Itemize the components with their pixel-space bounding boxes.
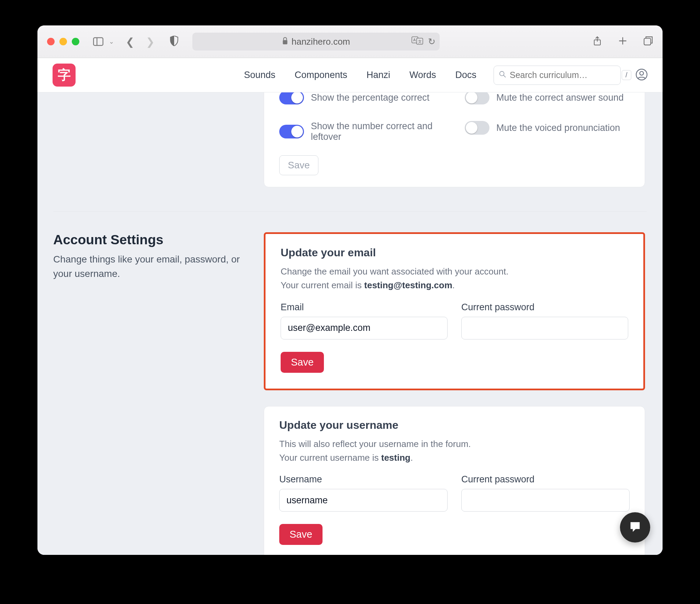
forward-button: ❯ [146, 36, 155, 48]
primary-nav: Sounds Components Hanzi Words Docs [244, 70, 476, 80]
sidebar-toggle-icon[interactable] [93, 37, 103, 46]
current-password-input[interactable] [461, 317, 628, 339]
email-field-group: Email [281, 302, 448, 339]
account-settings-heading: Account Settings [53, 232, 250, 247]
username-input[interactable] [279, 489, 448, 512]
desc-line: Change the email you want associated wit… [281, 266, 508, 277]
desc-line: Your current email is [281, 280, 364, 290]
logo-char: 字 [58, 66, 71, 84]
window-minimize-button[interactable] [59, 38, 67, 45]
toggle-label: Show the number correct and leftover [311, 121, 444, 142]
update-email-card: Update your email Change the email you w… [264, 232, 645, 390]
desc-line: . [452, 280, 455, 290]
svg-text:文: 文 [418, 40, 422, 44]
lock-icon [282, 36, 288, 47]
toggle-label: Mute the correct answer sound [496, 92, 624, 103]
toggle-switch[interactable] [279, 92, 304, 104]
username-field-group: Username [279, 474, 448, 512]
nav-components[interactable]: Components [295, 70, 347, 80]
toggle-mute-pronunciation: Mute the voiced pronunciation [465, 113, 630, 143]
toggle-percentage-correct: Show the percentage correct [279, 92, 444, 113]
update-username-description: This will also reflect your username in … [279, 437, 630, 465]
save-email-button[interactable]: Save [281, 352, 324, 373]
toggle-number-correct: Show the number correct and leftover [279, 113, 444, 150]
toggle-mute-correct-sound: Mute the correct answer sound [465, 92, 630, 113]
search-input[interactable] [510, 70, 618, 80]
desc-line: This will also reflect your username in … [279, 439, 471, 449]
review-settings-card: Show the percentage correct Show the num… [264, 92, 645, 187]
tab-overview-icon[interactable] [643, 36, 653, 47]
url-host: hanzihero.com [292, 36, 350, 47]
chat-widget-button[interactable] [620, 512, 650, 543]
save-username-button[interactable]: Save [279, 524, 323, 545]
current-username: testing [381, 452, 410, 463]
toggle-switch[interactable] [465, 121, 489, 135]
nav-sounds[interactable]: Sounds [244, 70, 275, 80]
current-password-label: Current password [461, 302, 628, 313]
chat-icon [628, 520, 642, 535]
window-zoom-button[interactable] [72, 38, 79, 45]
toggle-label: Show the percentage correct [311, 92, 429, 103]
browser-window: ⌄ ❮ ❯ hanzihero.com A 文 [37, 25, 663, 555]
update-username-title: Update your username [279, 419, 630, 432]
svg-point-14 [640, 71, 644, 75]
url-bar[interactable]: hanzihero.com A 文 ↻ [192, 33, 440, 51]
update-username-card: Update your username This will also refl… [264, 406, 645, 555]
navigation-arrows: ❮ ❯ [126, 36, 155, 48]
search-box[interactable]: / [494, 66, 621, 85]
svg-rect-2 [283, 40, 287, 44]
svg-line-12 [504, 75, 506, 77]
toggle-switch[interactable] [465, 92, 489, 104]
translate-icon[interactable]: A 文 [411, 36, 423, 47]
svg-rect-0 [93, 38, 103, 46]
username-label: Username [279, 474, 448, 485]
desc-line: Your current username is [279, 452, 381, 463]
svg-text:A: A [413, 38, 416, 42]
current-email: testing@testing.com [364, 280, 452, 290]
toggle-switch[interactable] [279, 125, 304, 138]
email-current-password-group: Current password [461, 302, 628, 339]
account-settings-description: Change things like your email, password,… [53, 252, 250, 281]
section-divider [53, 211, 647, 212]
current-password-label: Current password [461, 474, 630, 485]
app-header: 字 Sounds Components Hanzi Words Docs / [37, 58, 663, 92]
nav-words[interactable]: Words [409, 70, 436, 80]
account-section-header: Account Settings Change things like your… [53, 232, 264, 555]
email-label: Email [281, 302, 448, 313]
nav-docs[interactable]: Docs [455, 70, 476, 80]
window-close-button[interactable] [47, 38, 55, 45]
svg-point-11 [500, 71, 504, 76]
browser-toolbar: ⌄ ❮ ❯ hanzihero.com A 文 [37, 25, 663, 58]
desc-line: . [410, 452, 413, 463]
new-tab-icon[interactable] [618, 36, 628, 47]
update-email-description: Change the email you want associated wit… [281, 265, 628, 292]
share-icon[interactable] [592, 36, 602, 47]
toggle-label: Mute the voiced pronunciation [496, 123, 620, 133]
reload-icon[interactable]: ↻ [428, 36, 436, 47]
svg-rect-10 [644, 38, 651, 45]
privacy-shield-icon[interactable] [170, 36, 179, 47]
update-email-title: Update your email [281, 246, 628, 259]
tab-group-chevron-icon[interactable]: ⌄ [109, 38, 114, 45]
search-shortcut-hint: / [622, 70, 631, 80]
window-traffic-lights [47, 38, 79, 45]
username-current-password-group: Current password [461, 474, 630, 512]
current-password-input[interactable] [461, 489, 630, 512]
account-menu-icon[interactable] [636, 69, 647, 82]
email-input[interactable] [281, 317, 448, 339]
page-content: Show the percentage correct Show the num… [37, 92, 663, 555]
save-review-settings-button[interactable]: Save [279, 155, 318, 175]
search-icon [499, 70, 506, 80]
nav-hanzi[interactable]: Hanzi [366, 70, 390, 80]
back-button[interactable]: ❮ [126, 36, 134, 48]
app-logo[interactable]: 字 [53, 64, 76, 87]
